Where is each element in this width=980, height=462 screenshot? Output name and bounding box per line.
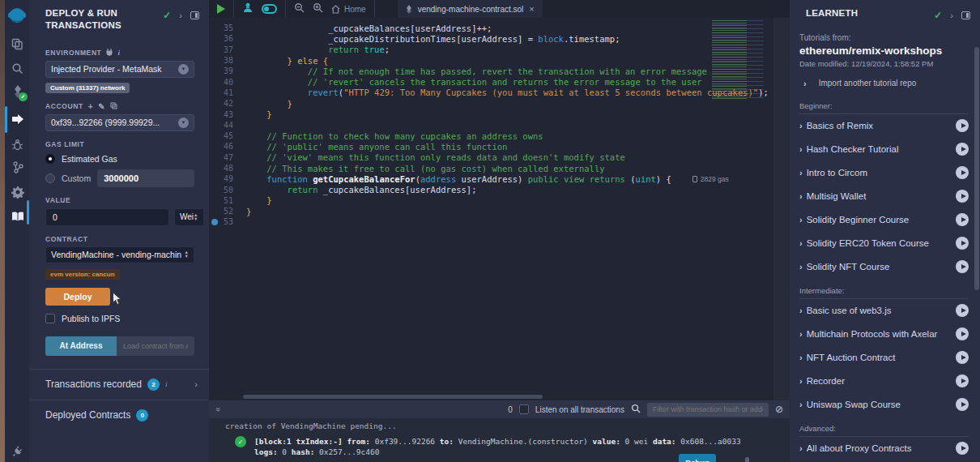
line-number[interactable]: 42 <box>209 99 246 108</box>
tutorial-item[interactable]: ›Uniswap Swap Course <box>799 393 969 417</box>
editor-tab-active[interactable]: vending-machine-contract.sol × <box>398 0 543 18</box>
at-address-input[interactable] <box>117 336 194 356</box>
info-icon[interactable]: i <box>165 380 168 388</box>
expand-terminal-icon[interactable]: » <box>214 407 222 412</box>
line-number[interactable]: 44 <box>209 121 246 130</box>
code-line[interactable]: 50 return _cupcakeBalances[userAddress]; <box>209 184 790 195</box>
horizontal-scrollbar[interactable] <box>243 395 543 399</box>
line-number[interactable]: 40 <box>209 78 246 87</box>
line-number[interactable]: 35 <box>209 24 246 32</box>
publish-ipfs-checkbox[interactable] <box>45 314 55 323</box>
panel-collapse-icon[interactable]: › <box>179 11 182 20</box>
line-number[interactable]: 43 <box>209 110 246 119</box>
plug-icon[interactable] <box>106 49 113 58</box>
pin-panel-icon[interactable] <box>961 11 970 19</box>
line-number[interactable]: 50 <box>209 186 246 195</box>
play-tutorial-button[interactable] <box>956 119 969 132</box>
code-editor[interactable]: 35 _cupcakeBalances[userAddress]++;36 _c… <box>209 18 790 400</box>
close-tab-icon[interactable]: × <box>529 4 534 14</box>
line-number[interactable]: 41 <box>209 88 246 97</box>
clear-terminal-icon[interactable]: ⊘ <box>775 404 783 414</box>
tutorial-item[interactable]: ›Basic use of web3.js <box>799 299 969 323</box>
tutorial-item[interactable]: ›Multisig Wallet <box>799 185 969 208</box>
line-number[interactable]: 36 <box>209 34 246 43</box>
value-input[interactable] <box>45 208 169 226</box>
line-number[interactable]: 39 <box>209 66 246 75</box>
file-explorer-icon[interactable] <box>11 37 24 51</box>
line-number[interactable]: 52 <box>209 207 246 216</box>
tutorial-item[interactable]: ›Multichain Protocols with Axelar <box>799 323 969 346</box>
code-line[interactable]: 48 // This makes it free to call (no gas… <box>209 163 790 173</box>
debugger-icon[interactable] <box>11 138 24 152</box>
zoom-in-icon[interactable] <box>313 2 323 16</box>
line-number[interactable]: 48 <box>209 164 246 173</box>
play-tutorial-button[interactable] <box>956 213 969 226</box>
expand-log-chevron-icon[interactable]: ⌄ <box>722 456 730 462</box>
play-tutorial-button[interactable] <box>956 237 969 250</box>
play-tutorial-button[interactable] <box>956 374 969 387</box>
listen-checkbox[interactable] <box>519 404 529 414</box>
custom-gas-input[interactable] <box>97 169 194 187</box>
tutorial-item[interactable]: ›Hash Checker Tutorial <box>799 138 969 161</box>
deployed-contracts-row[interactable]: Deployed Contracts 0 <box>29 400 209 430</box>
contract-select[interactable]: VendingMachine - vending-machin ▲▼ <box>45 246 194 263</box>
zoom-out-icon[interactable] <box>294 2 305 16</box>
toggle-icon[interactable] <box>262 4 277 14</box>
line-number[interactable]: 49 <box>209 174 246 183</box>
line-number[interactable]: 46 <box>209 142 246 151</box>
account-select[interactable]: 0xf39...92266 (9999.99929... ▾ <box>45 114 194 131</box>
code-line[interactable]: 49 function getCupcakeBalanceFor(address… <box>209 173 790 184</box>
run-script-icon[interactable] <box>217 4 225 14</box>
solidity-compiler-icon[interactable]: ✓ <box>11 84 24 98</box>
play-tutorial-button[interactable] <box>956 398 969 411</box>
code-line[interactable]: 43 } <box>209 109 790 119</box>
add-account-icon[interactable]: + <box>88 102 93 111</box>
deploy-button[interactable]: Deploy <box>45 288 110 306</box>
tutorial-item[interactable]: ›Solidity Beginner Course <box>799 208 969 232</box>
line-number[interactable]: 38 <box>209 56 246 65</box>
import-repo-row[interactable]: › Import another tutorial repo <box>799 79 969 88</box>
code-line[interactable]: 53 <box>209 216 790 227</box>
code-line[interactable]: 42 } <box>209 98 790 109</box>
terminal-scrollbar-thumb[interactable] <box>745 457 749 462</box>
settings-icon[interactable] <box>11 185 24 199</box>
code-line[interactable]: 40 // 'revert' cancels the transaction a… <box>209 76 790 87</box>
play-tutorial-button[interactable] <box>956 166 969 179</box>
play-tutorial-button[interactable] <box>956 260 969 273</box>
code-line[interactable]: 47 // 'view' means this function only re… <box>209 152 790 163</box>
play-tutorial-button[interactable] <box>956 442 969 455</box>
panel-collapse-icon[interactable]: › <box>950 11 953 20</box>
info-icon[interactable]: i <box>117 49 120 57</box>
line-number[interactable]: 47 <box>209 153 246 162</box>
home-tab[interactable]: Home <box>331 5 366 14</box>
minimap[interactable] <box>712 20 772 99</box>
debug-button[interactable]: Debug <box>679 454 716 462</box>
tutorial-item[interactable]: ›All about Proxy Contracts <box>799 437 969 460</box>
tutorial-item[interactable]: ›Intro to Circom <box>799 161 969 185</box>
code-line[interactable]: 36 _cupcakeDistributionTimes[userAddress… <box>209 33 790 44</box>
tutorial-item[interactable]: ›Solidity NFT Course <box>799 255 969 279</box>
code-line[interactable]: 44 <box>209 120 790 130</box>
play-tutorial-button[interactable] <box>956 351 969 364</box>
plugin-manager-plug-icon[interactable] <box>11 444 24 458</box>
code-line[interactable]: 37 return true; <box>209 45 790 55</box>
play-tutorial-button[interactable] <box>956 143 969 156</box>
code-line[interactable]: 45 // Function to check how many cupcake… <box>209 130 790 141</box>
estimated-gas-radio[interactable] <box>45 154 55 164</box>
search-icon[interactable] <box>11 62 24 75</box>
code-line[interactable]: 51 } <box>209 195 790 206</box>
copy-account-icon[interactable] <box>110 102 117 111</box>
play-tutorial-button[interactable] <box>956 304 969 317</box>
edit-account-icon[interactable]: ✎ <box>98 102 105 111</box>
code-line[interactable]: 39 // If not enough time has passed, rev… <box>209 66 790 76</box>
tutorial-item[interactable]: ›Recorder <box>799 370 969 393</box>
tutorial-item[interactable]: ›Solidity ERC20 Token Course <box>799 232 969 255</box>
tutorial-item[interactable]: ›NFT Auction Contract <box>799 346 969 370</box>
code-line[interactable]: 41 revert("HTTP 429: Too Many Cupcakes (… <box>209 88 790 98</box>
play-tutorial-button[interactable] <box>956 190 969 203</box>
code-line[interactable]: 38 } else { <box>209 55 790 66</box>
assistant-icon[interactable] <box>242 2 254 16</box>
environment-select[interactable]: Injected Provider - MetaMask ▾ <box>45 61 194 78</box>
custom-gas-radio[interactable] <box>45 173 55 183</box>
code-line[interactable]: 35 _cupcakeBalances[userAddress]++; <box>209 23 790 33</box>
